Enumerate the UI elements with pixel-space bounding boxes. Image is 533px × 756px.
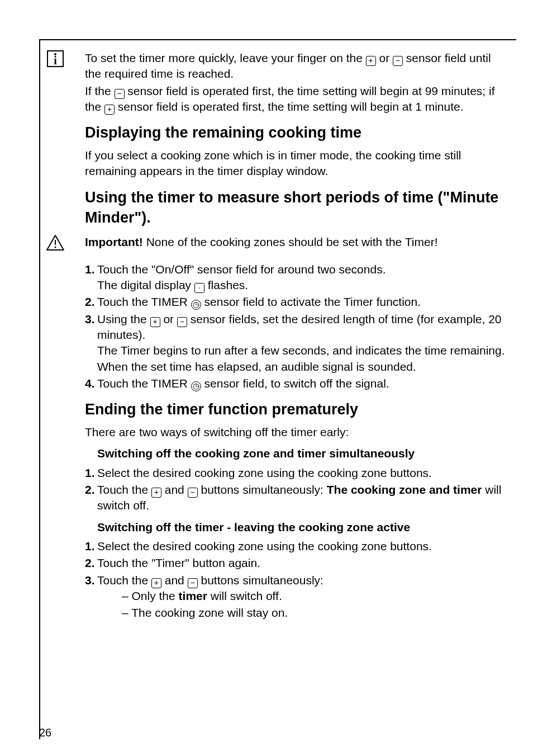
minus-icon: −	[188, 488, 198, 498]
bullet-item: The cooking zone will stay on.	[110, 605, 505, 621]
section3-intro: There are two ways of switching off the …	[85, 424, 505, 440]
heading-minute-minder: Using the timer to measure short periods…	[85, 187, 505, 228]
list-item: 1. Select the desired cooking zone using…	[85, 538, 505, 554]
important-block: Important! None of the cooking zones sho…	[85, 234, 505, 250]
list-item: 2. Touch the "Timer" button again.	[85, 555, 505, 571]
intro-paragraph-1: To set the timer more quickly, leave you…	[85, 50, 505, 82]
step3-line3: When the set time has elapsed, an audibl…	[97, 359, 505, 375]
bullet-item: Only the timer will switch off.	[110, 588, 505, 604]
bullet-list: Only the timer will switch off. The cook…	[97, 588, 505, 621]
minus-icon: −	[177, 317, 187, 327]
list-item: 3. Using the + or − sensor fields, set t…	[85, 311, 505, 375]
switch-timer-only-steps: 1. Select the desired cooking zone using…	[85, 538, 505, 621]
plus-icon: +	[151, 488, 161, 498]
timer-icon: ◷	[191, 381, 201, 391]
plus-icon: +	[104, 105, 115, 115]
list-item: 3. Touch the + and − buttons simultaneou…	[85, 573, 505, 621]
switch-both-steps: 1. Select the desired cooking zone using…	[85, 465, 505, 514]
minus-icon: −	[393, 56, 403, 66]
minute-minder-steps: 1. Touch the "On/Off" sensor field for a…	[85, 262, 505, 392]
plus-icon: +	[150, 317, 160, 327]
content-area: To set the timer more quickly, leave you…	[40, 40, 516, 621]
list-item: 1. Touch the "On/Off" sensor field for a…	[85, 262, 505, 294]
subheading-switch-both: Switching off the cooking zone and timer…	[97, 446, 505, 461]
step3-line2: The Timer begins to run after a few seco…	[97, 343, 505, 358]
plus-icon: +	[366, 56, 376, 66]
subheading-switch-timer-only: Switching off the timer - leaving the co…	[97, 519, 505, 535]
heading-displaying-time: Displaying the remaining cooking time	[85, 122, 505, 143]
svg-point-2	[55, 247, 56, 248]
minus-icon: −	[115, 89, 125, 99]
list-item: 2. Touch the + and − buttons simultaneou…	[85, 482, 505, 514]
step1-line2: The digital display · flashes.	[97, 277, 505, 293]
list-item: 4. Touch the TIMER ◷ sensor field, to sw…	[85, 376, 505, 391]
page-frame: i To set the timer more quickly, leave y…	[39, 39, 516, 739]
timer-icon: ◷	[191, 300, 201, 310]
minus-icon: −	[188, 578, 198, 588]
dot-icon: ·	[194, 283, 204, 293]
warning-icon	[46, 234, 65, 251]
heading-ending-timer: Ending the timer function prematurely	[85, 399, 505, 419]
plus-icon: +	[151, 578, 161, 588]
section1-body: If you select a cooking zone which is in…	[85, 148, 505, 179]
important-text: Important! None of the cooking zones sho…	[85, 234, 505, 250]
intro-paragraph-2: If the − sensor field is operated first,…	[85, 83, 505, 115]
info-icon: i	[47, 50, 64, 67]
list-item: 1. Select the desired cooking zone using…	[85, 465, 505, 481]
list-item: 2. Touch the TIMER ◷ sensor field to act…	[85, 294, 505, 310]
page-number: 26	[39, 726, 51, 739]
